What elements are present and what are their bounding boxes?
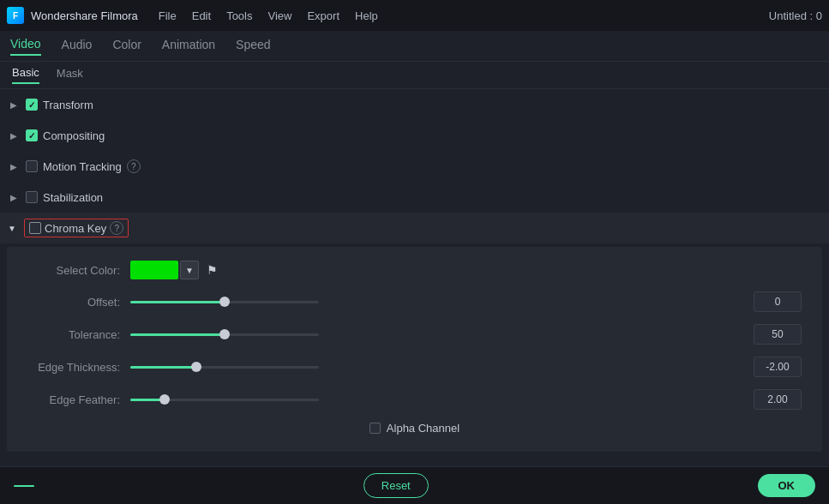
checkbox-transform[interactable] bbox=[26, 99, 38, 111]
checkbox-stabilization[interactable] bbox=[26, 191, 38, 203]
tolerance-slider-container bbox=[130, 333, 743, 336]
tab-video[interactable]: Video bbox=[10, 37, 41, 56]
panel: ▶ Transform ▶ Compositing ▶ Motion Track… bbox=[0, 89, 829, 504]
tab-color[interactable]: Color bbox=[112, 38, 141, 55]
label-chroma-key: Chroma Key bbox=[45, 222, 106, 235]
menu-help[interactable]: Help bbox=[355, 9, 378, 22]
tolerance-slider[interactable] bbox=[130, 333, 319, 336]
tab-speed[interactable]: Speed bbox=[236, 38, 270, 55]
menu-file[interactable]: File bbox=[159, 9, 177, 22]
edge-feather-value[interactable]: 2.00 bbox=[754, 389, 802, 410]
expand-arrow-transform: ▶ bbox=[7, 98, 21, 111]
checkbox-chroma-key[interactable] bbox=[29, 222, 41, 234]
select-color-row: Select Color: ▼ ⚑ bbox=[27, 261, 802, 279]
edge-feather-row: Edge Feather: 2.00 bbox=[27, 389, 802, 410]
expand-arrow-compositing: ▶ bbox=[7, 129, 21, 142]
offset-slider-container bbox=[130, 301, 743, 303]
select-color-label: Select Color: bbox=[27, 264, 130, 277]
bottom-bar: Reset OK bbox=[0, 466, 829, 504]
tab-animation[interactable]: Animation bbox=[162, 38, 215, 55]
titlebar-menu: File Edit Tools View Export Help bbox=[159, 9, 378, 22]
menu-edit[interactable]: Edit bbox=[192, 9, 211, 22]
titlebar: F Wondershare Filmora File Edit Tools Vi… bbox=[0, 0, 829, 31]
edge-feather-slider-thumb[interactable] bbox=[159, 394, 170, 405]
menu-tools[interactable]: Tools bbox=[226, 9, 252, 22]
edge-thickness-label: Edge Thickness: bbox=[27, 361, 130, 374]
section-stabilization[interactable]: ▶ Stabilization bbox=[0, 182, 829, 213]
help-icon-chroma[interactable]: ? bbox=[110, 221, 123, 235]
alpha-channel-label: Alpha Channel bbox=[387, 422, 460, 435]
bottom-left-indicator bbox=[14, 485, 34, 487]
titlebar-title: Untitled : 0 bbox=[769, 9, 822, 22]
label-stabilization: Stabilization bbox=[43, 191, 103, 204]
app-name: Wondershare Filmora bbox=[31, 9, 138, 22]
edge-thickness-value[interactable]: -2.00 bbox=[754, 357, 802, 377]
color-picker-button[interactable] bbox=[130, 261, 178, 279]
app-logo: F bbox=[7, 7, 24, 24]
expand-arrow-stab: ▶ bbox=[7, 190, 21, 204]
sub-tab-mask[interactable]: Mask bbox=[57, 67, 83, 83]
offset-slider-thumb[interactable] bbox=[219, 297, 230, 307]
tolerance-value[interactable]: 50 bbox=[754, 324, 802, 345]
eyedropper-button[interactable]: ⚑ bbox=[202, 261, 221, 279]
titlebar-left: F Wondershare Filmora File Edit Tools Vi… bbox=[7, 7, 378, 24]
tolerance-slider-thumb[interactable] bbox=[219, 329, 230, 339]
main-content: Video Audio Color Animation Speed Basic … bbox=[0, 31, 829, 504]
expand-arrow-chroma: ▼ bbox=[5, 221, 19, 235]
checkbox-alpha-channel[interactable] bbox=[369, 423, 381, 434]
label-motion-tracking: Motion Tracking bbox=[43, 160, 122, 173]
chroma-key-content: Select Color: ▼ ⚑ Offset: 0 Tolerance: bbox=[7, 247, 822, 452]
color-dropdown-button[interactable]: ▼ bbox=[180, 261, 199, 279]
offset-value[interactable]: 0 bbox=[754, 291, 802, 312]
sub-tab-basic[interactable]: Basic bbox=[12, 66, 39, 84]
tolerance-slider-fill bbox=[130, 333, 225, 336]
edge-thickness-slider-container bbox=[130, 366, 743, 369]
edge-thickness-slider-fill bbox=[130, 366, 196, 369]
checkbox-motion-tracking[interactable] bbox=[26, 160, 38, 172]
offset-slider-fill bbox=[130, 301, 225, 303]
tolerance-row: Tolerance: 50 bbox=[27, 324, 802, 345]
tab-bar: Video Audio Color Animation Speed bbox=[0, 31, 829, 62]
sub-tab-bar: Basic Mask bbox=[0, 62, 829, 89]
edge-thickness-slider[interactable] bbox=[130, 366, 319, 369]
help-icon-motion[interactable]: ? bbox=[127, 159, 141, 173]
offset-slider[interactable] bbox=[130, 301, 319, 303]
edge-thickness-slider-thumb[interactable] bbox=[191, 362, 201, 372]
section-compositing[interactable]: ▶ Compositing bbox=[0, 120, 829, 151]
alpha-channel-row: Alpha Channel bbox=[27, 422, 802, 435]
section-motion-tracking[interactable]: ▶ Motion Tracking ? bbox=[0, 151, 829, 182]
edge-feather-label: Edge Feather: bbox=[27, 393, 130, 406]
checkbox-compositing[interactable] bbox=[26, 129, 38, 141]
expand-arrow-motion: ▶ bbox=[7, 159, 21, 173]
section-transform[interactable]: ▶ Transform bbox=[0, 89, 829, 120]
edge-feather-slider-container bbox=[130, 399, 743, 401]
menu-view[interactable]: View bbox=[267, 9, 291, 22]
menu-export[interactable]: Export bbox=[307, 9, 339, 22]
tolerance-label: Tolerance: bbox=[27, 328, 130, 341]
tab-audio[interactable]: Audio bbox=[62, 38, 93, 55]
section-chroma-key[interactable]: ▼ Chroma Key ? bbox=[0, 213, 829, 243]
offset-label: Offset: bbox=[27, 296, 130, 309]
reset-button[interactable]: Reset bbox=[363, 473, 429, 498]
label-transform: Transform bbox=[43, 99, 93, 111]
ok-button[interactable]: OK bbox=[758, 474, 816, 497]
label-compositing: Compositing bbox=[43, 129, 105, 142]
edge-thickness-row: Edge Thickness: -2.00 bbox=[27, 357, 802, 377]
edge-feather-slider[interactable] bbox=[130, 399, 319, 401]
offset-row: Offset: 0 bbox=[27, 291, 802, 312]
chroma-key-highlight-border: Chroma Key ? bbox=[24, 219, 129, 237]
